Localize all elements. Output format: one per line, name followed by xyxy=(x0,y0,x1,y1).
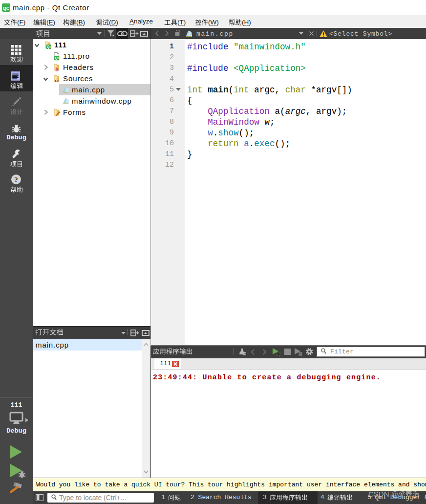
svg-text:Qt: Qt xyxy=(55,56,59,60)
svg-text:h: h xyxy=(55,66,59,72)
svg-text:Qt: Qt xyxy=(47,45,51,49)
svg-text:?: ? xyxy=(14,176,18,184)
svg-text:QC: QC xyxy=(3,6,10,11)
svg-text:C+: C+ xyxy=(55,79,60,83)
